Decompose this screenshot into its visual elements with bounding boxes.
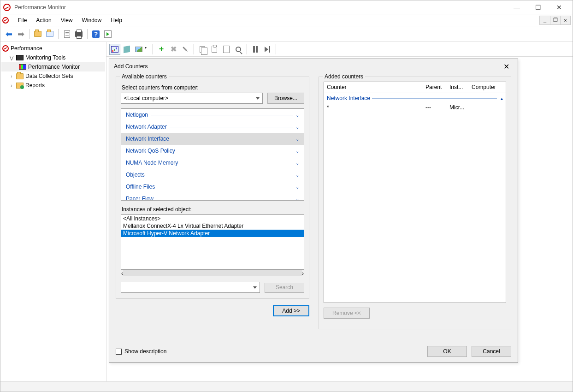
browse-button[interactable]: Browse... — [267, 93, 304, 104]
header-instance[interactable]: Inst... — [447, 82, 469, 93]
run-button[interactable] — [102, 29, 113, 40]
line — [181, 163, 293, 163]
highlight-button[interactable] — [180, 44, 191, 55]
instances-list[interactable]: <All instances>Mellanox ConnectX-4 Lx Vi… — [121, 214, 304, 270]
show-hide-tree-button[interactable] — [32, 29, 43, 40]
back-button[interactable]: ⬅ — [3, 29, 14, 40]
show-description-checkbox[interactable] — [116, 349, 122, 355]
line — [148, 175, 293, 175]
category-item[interactable]: Network Adapter⌄ — [121, 121, 304, 133]
computer-combo[interactable]: <Local computer> — [121, 93, 263, 104]
show-hide-console-button[interactable] — [44, 29, 55, 40]
added-group-row[interactable]: Network Interface ▴ — [324, 93, 506, 103]
line — [158, 187, 293, 187]
category-item[interactable]: Netlogon⌄ — [121, 109, 304, 121]
category-item[interactable]: Network QoS Policy⌄ — [121, 145, 304, 157]
available-section: Available counters Select counters from … — [116, 74, 309, 329]
category-item[interactable]: Offline Files⌄ — [121, 181, 304, 193]
search-combo[interactable] — [121, 282, 260, 293]
added-counters-list[interactable]: Counter Parent Inst... Computer Network … — [324, 82, 506, 303]
separator — [276, 44, 276, 54]
view-graph-button[interactable] — [109, 44, 120, 55]
expand-icon[interactable]: › — [9, 74, 14, 79]
category-item[interactable]: Objects⌄ — [121, 169, 304, 181]
mdi-restore-button[interactable]: ❐ — [550, 16, 560, 24]
chevron-down-icon[interactable]: ⌄ — [295, 160, 299, 166]
expand-icon[interactable]: › — [9, 83, 14, 88]
minimize-button[interactable]: — — [506, 1, 527, 14]
remove-button[interactable]: Remove << — [324, 308, 370, 319]
tree-reports[interactable]: › Reports — [1, 81, 105, 90]
help-button[interactable]: ? — [90, 29, 101, 40]
view-report-button[interactable] — [133, 44, 144, 55]
forward-button[interactable]: ➡ — [15, 29, 26, 40]
instance-item[interactable]: Microsoft Hyper-V Network Adapter — [121, 230, 304, 237]
tree-performance-monitor[interactable]: Performance Monitor — [1, 62, 105, 71]
copy-button[interactable] — [197, 44, 208, 55]
category-item[interactable]: Network Interface⌄ — [121, 133, 304, 145]
category-item[interactable]: NUMA Node Memory⌄ — [121, 157, 304, 169]
mdi-close-button[interactable]: × — [560, 16, 570, 24]
menubar: File Action View Window Help _ ❐ × — [0, 14, 573, 26]
chevron-down-icon[interactable]: ⌄ — [295, 196, 299, 201]
ok-button[interactable]: OK — [427, 346, 467, 357]
delete-counter-button[interactable]: ✖ — [168, 44, 179, 55]
chevron-down-icon[interactable]: ⌄ — [295, 125, 299, 130]
category-label: Pacer Flow — [126, 196, 154, 201]
cell-computer — [469, 103, 506, 113]
nav-tree[interactable]: Performance ⋁ Monitoring Tools Performan… — [0, 42, 106, 381]
collapse-icon[interactable]: ⋁ — [9, 55, 14, 60]
header-counter[interactable]: Counter — [324, 82, 423, 93]
chevron-down-icon[interactable]: ⌄ — [295, 184, 299, 190]
line — [172, 139, 293, 139]
added-section: Added counters Counter Parent Inst... Co… — [319, 74, 511, 329]
tree-monitoring-tools[interactable]: ⋁ Monitoring Tools — [1, 53, 105, 62]
view-histogram-button[interactable] — [121, 44, 132, 55]
menu-view[interactable]: View — [56, 16, 77, 25]
mmc-toolbar: ⬅ ➡ ? — [0, 26, 573, 42]
folder-icon — [16, 82, 24, 89]
add-button[interactable]: Add >> — [273, 305, 309, 316]
properties-button[interactable] — [221, 44, 232, 55]
chevron-down-icon[interactable]: ⌄ — [295, 137, 299, 142]
header-parent[interactable]: Parent — [423, 82, 447, 93]
dialog-title: Add Counters — [114, 63, 148, 70]
close-button[interactable]: ✕ — [549, 1, 570, 14]
menu-action[interactable]: Action — [31, 16, 56, 25]
update-button[interactable] — [262, 44, 273, 55]
tree-label: Monitoring Tools — [25, 54, 65, 61]
added-counter-row[interactable]: *---Micr... — [324, 103, 506, 113]
instance-item[interactable]: Mellanox ConnectX-4 Lx Virtual Ethernet … — [121, 222, 304, 230]
tree-data-collector-sets[interactable]: › Data Collector Sets — [1, 71, 105, 81]
chevron-down-icon[interactable]: ⌄ — [295, 172, 299, 178]
added-legend: Added counters — [323, 73, 365, 80]
chevron-down-icon[interactable]: ⌄ — [295, 113, 299, 118]
cancel-button[interactable]: Cancel — [472, 346, 511, 357]
menu-file[interactable]: File — [13, 16, 31, 25]
add-counter-button[interactable]: + — [156, 44, 167, 55]
mdi-minimize-button[interactable]: _ — [540, 16, 550, 24]
header-computer[interactable]: Computer — [469, 82, 506, 93]
category-item[interactable]: Pacer Flow⌄ — [121, 193, 304, 201]
category-label: Network QoS Policy — [126, 148, 175, 154]
paste-button[interactable] — [209, 44, 220, 55]
print-button[interactable] — [73, 29, 84, 40]
chevron-up-icon[interactable]: ▴ — [501, 96, 503, 101]
menu-help[interactable]: Help — [106, 16, 127, 25]
export-list-button[interactable] — [61, 29, 72, 40]
instance-item[interactable]: <All instances> — [121, 215, 304, 222]
maximize-button[interactable]: ☐ — [527, 1, 549, 14]
app-window: Performance Monitor — ☐ ✕ File Action Vi… — [0, 0, 573, 392]
dialog-close-button[interactable]: ✕ — [500, 60, 513, 73]
category-label: Network Interface — [126, 136, 169, 142]
search-button[interactable]: Search — [265, 282, 304, 293]
titlebar: Performance Monitor — ☐ ✕ — [0, 0, 573, 14]
chevron-down-icon[interactable]: ⌄ — [295, 148, 299, 154]
freeze-button[interactable] — [250, 44, 261, 55]
menu-window[interactable]: Window — [77, 16, 106, 25]
tree-root-performance[interactable]: Performance — [1, 44, 105, 53]
zoom-button[interactable] — [233, 44, 244, 55]
counter-category-list[interactable]: Netlogon⌄Network Adapter⌄Network Interfa… — [121, 108, 304, 201]
group-line — [372, 98, 497, 99]
add-counters-dialog: Add Counters ✕ Available counters Select… — [109, 59, 518, 363]
